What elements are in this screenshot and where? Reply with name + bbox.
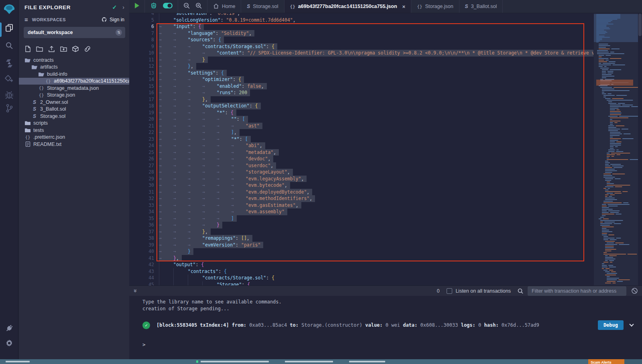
panel-chevron-icon[interactable]: ›	[122, 4, 124, 10]
terminal-prompt[interactable]: >	[142, 342, 146, 348]
json-icon: {}	[38, 85, 45, 91]
copilot-toggle[interactable]	[163, 2, 173, 11]
tree-item-a69b43f277ba20fcac141151250ca7-[interactable]: {}a69b43f277ba20fcac141151250ca7...	[19, 78, 129, 85]
workspaces-menu-icon[interactable]: ≡	[24, 16, 28, 23]
transaction-count: 0	[437, 288, 440, 294]
sign-in-label: Sign in	[110, 17, 124, 22]
tree-item-contracts[interactable]: contracts	[19, 57, 129, 64]
line-number: 41	[129, 255, 154, 262]
upload-file-icon[interactable]	[48, 45, 55, 53]
tree-item--prettierrc-json[interactable]: {}.prettierrc.json	[19, 134, 129, 141]
tree-item-storage-metadata-json[interactable]: {}Storage_metadata.json	[19, 85, 129, 92]
sidebar-item-search[interactable]	[0, 41, 18, 50]
zoom-out-icon[interactable]	[183, 2, 190, 11]
line-number: 25	[129, 149, 154, 156]
panel-title: FILE EXPLORER	[24, 4, 112, 10]
line-number: 11	[129, 57, 154, 63]
sidebar-item-deploy-run[interactable]	[0, 75, 18, 84]
close-tab-icon[interactable]: ×	[402, 4, 406, 10]
remix-logo-icon[interactable]	[0, 3, 18, 16]
tab-storage-sol[interactable]: SStorage.sol	[241, 0, 284, 13]
code-line-11: →→→}	[159, 57, 593, 63]
box-icon[interactable]	[72, 45, 79, 53]
code-line-9: →→→"contracts/Storage.sol": {	[159, 43, 593, 50]
tab-3-ballot-sol[interactable]: S3_Ballot.sol	[459, 0, 503, 13]
sidebar-item-debugger[interactable]	[0, 91, 18, 99]
transaction-success-icon: ✓	[142, 322, 150, 329]
transaction-row[interactable]: ✓ [block:5583405 txIndex:4] from: 0xa03.…	[142, 319, 636, 332]
tree-item-build-info[interactable]: build-info	[19, 71, 129, 78]
folder-open-icon	[24, 57, 31, 63]
editor-minimap[interactable]	[594, 13, 638, 285]
tree-item-artifacts[interactable]: artifacts	[19, 64, 129, 71]
sidebar-item-plugin-manager[interactable]	[0, 324, 18, 333]
scam-alerts-badge[interactable]: Scam Alerts	[588, 359, 624, 364]
code-line-30: →→→→→→"evm.bytecode",	[159, 182, 593, 189]
line-number: 31	[129, 189, 154, 196]
tree-item-3-ballot-sol[interactable]: S3_Ballot.sol	[19, 106, 129, 113]
transaction-filter-input[interactable]	[528, 286, 626, 296]
folder-icon	[24, 120, 31, 126]
zoom-in-icon[interactable]	[195, 2, 202, 11]
tree-item-label: contracts	[33, 57, 54, 63]
tree-item-storage-json[interactable]: {}Storage.json	[19, 92, 129, 99]
editor-scrollbar[interactable]	[638, 14, 642, 36]
terminal[interactable]: Type the library name to see available c…	[129, 296, 642, 359]
code-line-8: →→"sources": {	[159, 36, 593, 43]
remix-ide-window: FILE EXPLORER ✓ › ≡ WORKSPACES Sign in d…	[0, 0, 642, 364]
sidebar-item-file-explorer[interactable]	[0, 23, 18, 33]
clear-console-icon[interactable]	[631, 287, 638, 294]
remix-ai-button[interactable]	[150, 2, 158, 11]
tree-item-label: Storage_metadata.json	[47, 85, 99, 91]
tab-storage-json[interactable]: {}Storage.json	[411, 0, 459, 13]
listen-all-transactions-checkbox[interactable]	[447, 288, 452, 294]
tree-item-storage-sol[interactable]: SStorage.sol	[19, 113, 129, 120]
code-editor[interactable]: 4 "solcVersion": "0.8.19",5 "solcLongVer…	[129, 13, 642, 285]
code-line-40: →→}	[159, 248, 593, 255]
line-number: 14	[129, 76, 154, 83]
transaction-expand-icon[interactable]	[629, 322, 634, 326]
debug-button[interactable]: Debug	[598, 320, 624, 330]
workspace-dropdown-icon: ⇅	[116, 29, 122, 36]
solidity-icon: S	[31, 106, 38, 112]
tree-item-2-owner-sol[interactable]: S2_Owner.sol	[19, 99, 129, 106]
tab-a69b43f277ba20fcac141151250ca755-json[interactable]: {}a69b43f277ba20fcac141151250ca755.json×	[284, 0, 412, 13]
sidebar-item-git[interactable]	[0, 103, 18, 113]
code-line-42: "output": {	[159, 261, 593, 268]
tree-item-label: tests	[33, 127, 44, 133]
code-line-41: →},	[159, 255, 593, 262]
line-number: 17	[129, 96, 154, 103]
solidity-icon: S	[247, 4, 250, 9]
folder-open-icon	[38, 71, 45, 77]
upload-folder-icon[interactable]	[60, 45, 67, 53]
link-icon[interactable]	[83, 45, 91, 53]
tree-item-tests[interactable]: tests	[19, 127, 129, 134]
tree-item-scripts[interactable]: scripts	[19, 120, 129, 127]
tree-item-readme-txt[interactable]: README.txt	[19, 141, 129, 148]
icon-strip	[0, 0, 18, 359]
workspace-ok-icon: ✓	[112, 4, 117, 10]
solidity-icon: S	[465, 4, 468, 9]
line-number: 40	[129, 248, 154, 255]
code-line-45: "Storage": {	[159, 281, 593, 286]
file-tree: contractsartifactsbuild-info{}a69b43f277…	[19, 57, 129, 148]
line-number: 16	[129, 89, 154, 96]
sidebar-item-solidity-compiler[interactable]	[0, 59, 18, 68]
run-script-button[interactable]	[134, 2, 140, 10]
terminal-search-icon	[517, 288, 524, 294]
tab-label: Home	[222, 4, 235, 9]
folder-icon	[24, 127, 31, 133]
transaction-summary: [block:5583405 txIndex:4] from: 0xa03...…	[156, 322, 598, 328]
sign-in-button[interactable]: Sign in	[101, 17, 124, 22]
tab-home[interactable]: Home	[207, 0, 241, 13]
workspace-select[interactable]: default_workspace ⇅	[24, 27, 125, 38]
code-line-6: →"input": {	[159, 23, 593, 30]
line-number: 30	[129, 182, 154, 189]
line-number: 18	[129, 103, 154, 109]
code-line-25: →→→→→→"metadata",	[159, 149, 593, 156]
terminal-collapse-icon[interactable]: »	[132, 289, 139, 292]
new-file-icon[interactable]	[24, 45, 31, 53]
new-folder-icon[interactable]	[36, 45, 43, 53]
code-line-43: "contracts": {	[159, 268, 593, 275]
sidebar-item-settings[interactable]	[0, 339, 18, 348]
